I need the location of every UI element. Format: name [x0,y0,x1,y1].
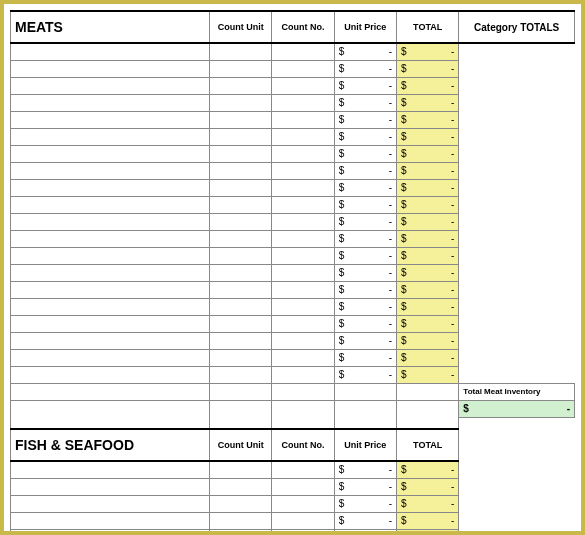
count-no-cell[interactable] [272,213,334,230]
count-no-cell[interactable] [272,230,334,247]
count-no-cell[interactable] [272,298,334,315]
unit-price-cell[interactable]: $- [334,478,396,495]
count-unit-cell[interactable] [210,60,272,77]
count-unit-cell[interactable] [210,366,272,383]
unit-price-cell[interactable]: $- [334,366,396,383]
count-no-cell[interactable] [272,461,334,478]
item-name-cell[interactable] [11,60,210,77]
count-unit-cell[interactable] [210,495,272,512]
count-unit-cell[interactable] [210,145,272,162]
item-name-cell[interactable] [11,77,210,94]
unit-price-cell[interactable]: $- [334,213,396,230]
count-unit-cell[interactable] [210,264,272,281]
count-unit-cell[interactable] [210,512,272,529]
item-name-cell[interactable] [11,196,210,213]
item-name-cell[interactable] [11,111,210,128]
count-unit-cell[interactable] [210,461,272,478]
count-unit-cell[interactable] [210,77,272,94]
count-unit-cell[interactable] [210,281,272,298]
unit-price-cell[interactable]: $- [334,529,396,535]
item-name-cell[interactable] [11,145,210,162]
count-unit-cell[interactable] [210,213,272,230]
count-no-cell[interactable] [272,495,334,512]
count-no-cell[interactable] [272,60,334,77]
item-name-cell[interactable] [11,332,210,349]
count-no-cell[interactable] [272,247,334,264]
count-no-cell[interactable] [272,281,334,298]
item-name-cell[interactable] [11,366,210,383]
count-no-cell[interactable] [272,315,334,332]
unit-price-cell[interactable]: $- [334,247,396,264]
item-name-cell[interactable] [11,230,210,247]
unit-price-cell[interactable]: $- [334,495,396,512]
count-no-cell[interactable] [272,145,334,162]
count-unit-cell[interactable] [210,179,272,196]
unit-price-cell[interactable]: $- [334,512,396,529]
count-no-cell[interactable] [272,512,334,529]
count-unit-cell[interactable] [210,43,272,60]
item-name-cell[interactable] [11,478,210,495]
count-no-cell[interactable] [272,94,334,111]
unit-price-cell[interactable]: $- [334,111,396,128]
unit-price-cell[interactable]: $- [334,43,396,60]
item-name-cell[interactable] [11,512,210,529]
item-name-cell[interactable] [11,43,210,60]
count-unit-cell[interactable] [210,128,272,145]
item-name-cell[interactable] [11,495,210,512]
count-no-cell[interactable] [272,43,334,60]
item-name-cell[interactable] [11,461,210,478]
item-name-cell[interactable] [11,247,210,264]
unit-price-cell[interactable]: $- [334,179,396,196]
item-name-cell[interactable] [11,281,210,298]
count-unit-cell[interactable] [210,529,272,535]
count-no-cell[interactable] [272,77,334,94]
count-unit-cell[interactable] [210,315,272,332]
count-unit-cell[interactable] [210,332,272,349]
item-name-cell[interactable] [11,179,210,196]
unit-price-cell[interactable]: $- [334,461,396,478]
unit-price-cell[interactable]: $- [334,128,396,145]
count-no-cell[interactable] [272,111,334,128]
count-no-cell[interactable] [272,196,334,213]
unit-price-cell[interactable]: $- [334,162,396,179]
count-unit-cell[interactable] [210,247,272,264]
unit-price-cell[interactable]: $- [334,332,396,349]
unit-price-cell[interactable]: $- [334,281,396,298]
item-name-cell[interactable] [11,94,210,111]
count-unit-cell[interactable] [210,478,272,495]
unit-price-cell[interactable]: $- [334,349,396,366]
unit-price-cell[interactable]: $- [334,298,396,315]
unit-price-cell[interactable]: $- [334,230,396,247]
item-name-cell[interactable] [11,298,210,315]
count-no-cell[interactable] [272,529,334,535]
count-no-cell[interactable] [272,162,334,179]
item-name-cell[interactable] [11,162,210,179]
unit-price-cell[interactable]: $- [334,315,396,332]
unit-price-cell[interactable]: $- [334,196,396,213]
unit-price-cell[interactable]: $- [334,264,396,281]
item-name-cell[interactable] [11,529,210,535]
unit-price-cell[interactable]: $- [334,77,396,94]
unit-price-cell[interactable]: $- [334,94,396,111]
count-no-cell[interactable] [272,478,334,495]
count-no-cell[interactable] [272,128,334,145]
count-unit-cell[interactable] [210,94,272,111]
count-unit-cell[interactable] [210,111,272,128]
item-name-cell[interactable] [11,315,210,332]
count-unit-cell[interactable] [210,196,272,213]
item-name-cell[interactable] [11,213,210,230]
count-no-cell[interactable] [272,349,334,366]
count-unit-cell[interactable] [210,230,272,247]
count-unit-cell[interactable] [210,349,272,366]
count-unit-cell[interactable] [210,298,272,315]
item-name-cell[interactable] [11,264,210,281]
count-no-cell[interactable] [272,264,334,281]
unit-price-cell[interactable]: $- [334,60,396,77]
count-no-cell[interactable] [272,332,334,349]
count-unit-cell[interactable] [210,162,272,179]
count-no-cell[interactable] [272,366,334,383]
item-name-cell[interactable] [11,349,210,366]
item-name-cell[interactable] [11,128,210,145]
count-no-cell[interactable] [272,179,334,196]
unit-price-cell[interactable]: $- [334,145,396,162]
